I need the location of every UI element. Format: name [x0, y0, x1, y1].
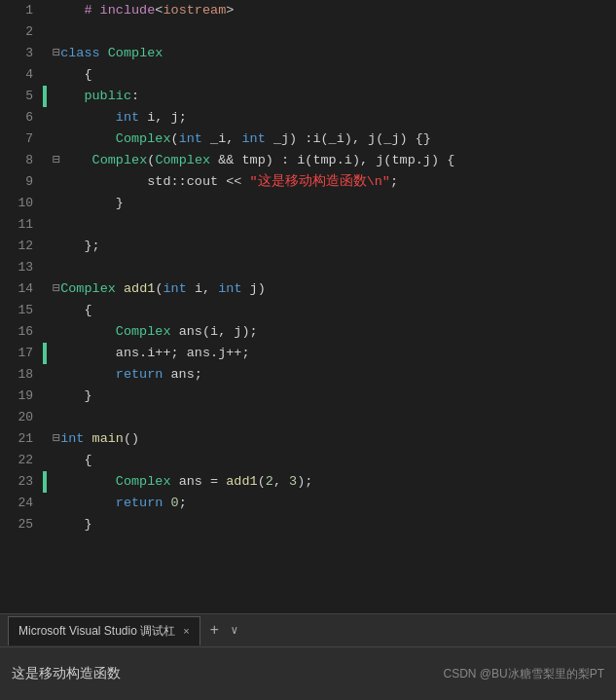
line-number: 8	[0, 150, 33, 171]
gutter-slot	[41, 236, 49, 257]
line-number: 16	[0, 321, 33, 343]
code-line: };	[53, 236, 616, 257]
line-number: 2	[0, 21, 33, 43]
terminal-output: 这是移动构造函数	[12, 665, 121, 682]
code-line: std::cout << "这是移动构造函数\n";	[53, 171, 616, 193]
code-line	[53, 21, 616, 43]
gutter-slot	[41, 86, 49, 107]
code-line: int i, j;	[53, 107, 616, 129]
code-line: ⊟ Complex(Complex && tmp) : i(tmp.i), j(…	[53, 150, 616, 171]
code-lines: # include<iostream> ⊟class Complex { pub…	[49, 0, 616, 613]
line-number: 22	[0, 450, 33, 471]
code-line: return 0;	[53, 493, 616, 514]
line-number: 11	[0, 214, 33, 236]
line-number: 6	[0, 107, 33, 129]
code-line: Complex(int _i, int _j) :i(_i), j(_j) {}	[53, 129, 616, 150]
line-number: 12	[0, 236, 33, 257]
line-numbers: 1234567891011121314151617181920212223242…	[0, 0, 41, 613]
gutter-slot	[41, 107, 49, 129]
code-line: ⊟Complex add1(int i, int j)	[53, 278, 616, 300]
gutter-slot	[41, 21, 49, 43]
line-number: 1	[0, 0, 33, 21]
gutter-slot	[41, 364, 49, 386]
gutter-slot	[41, 150, 49, 171]
gutter-slot	[41, 428, 49, 450]
line-number: 25	[0, 514, 33, 535]
line-number: 9	[0, 171, 33, 193]
gutter-slot	[41, 64, 49, 86]
code-line: {	[53, 450, 616, 471]
code-line	[53, 214, 616, 236]
code-container: 1234567891011121314151617181920212223242…	[0, 0, 616, 613]
code-line: ans.i++; ans.j++;	[53, 343, 616, 364]
gutter-slot	[41, 450, 49, 471]
line-number: 10	[0, 193, 33, 214]
line-number: 24	[0, 493, 33, 514]
line-number: 3	[0, 43, 33, 64]
code-line: ⊟int main()	[53, 428, 616, 450]
line-number: 4	[0, 64, 33, 86]
gutter-slot	[41, 493, 49, 514]
terminal-tab[interactable]: Microsoft Visual Studio 调试杠 ×	[8, 616, 200, 645]
gutter-slot	[41, 386, 49, 407]
code-line: Complex ans(i, j);	[53, 321, 616, 343]
line-number: 19	[0, 386, 33, 407]
code-line: # include<iostream>	[53, 0, 616, 21]
line-number: 20	[0, 407, 33, 428]
terminal-bar: Microsoft Visual Studio 调试杠 × + ∨ 这是移动构造…	[0, 613, 616, 700]
code-line	[53, 407, 616, 428]
terminal-watermark: CSDN @BU冰糖雪梨里的梨PT	[443, 666, 604, 682]
code-line: }	[53, 514, 616, 535]
gutter	[41, 0, 49, 613]
terminal-tab-label: Microsoft Visual Studio 调试杠	[18, 623, 175, 640]
gutter-slot	[41, 129, 49, 150]
code-line: Complex ans = add1(2, 3);	[53, 471, 616, 493]
terminal-tabs: Microsoft Visual Studio 调试杠 × + ∨	[0, 614, 616, 647]
gutter-slot	[41, 407, 49, 428]
code-line: {	[53, 64, 616, 86]
gutter-slot	[41, 278, 49, 300]
code-line: public:	[53, 86, 616, 107]
line-number: 17	[0, 343, 33, 364]
line-number: 21	[0, 428, 33, 450]
gutter-slot	[41, 171, 49, 193]
code-line: }	[53, 386, 616, 407]
line-number: 5	[0, 86, 33, 107]
code-line	[53, 257, 616, 278]
terminal-tab-down[interactable]: ∨	[227, 623, 241, 638]
code-line: ⊟class Complex	[53, 43, 616, 64]
code-line: {	[53, 300, 616, 321]
gutter-slot	[41, 321, 49, 343]
terminal-tab-add[interactable]: +	[202, 622, 228, 640]
line-number: 14	[0, 278, 33, 300]
terminal-content: 这是移动构造函数 CSDN @BU冰糖雪梨里的梨PT	[0, 647, 616, 700]
line-number: 7	[0, 129, 33, 150]
gutter-slot	[41, 214, 49, 236]
gutter-slot	[41, 300, 49, 321]
gutter-slot	[41, 0, 49, 21]
line-number: 15	[0, 300, 33, 321]
terminal-tab-close[interactable]: ×	[183, 625, 189, 637]
code-line: return ans;	[53, 364, 616, 386]
gutter-slot	[41, 193, 49, 214]
gutter-slot	[41, 471, 49, 493]
code-line: }	[53, 193, 616, 214]
gutter-slot	[41, 343, 49, 364]
gutter-slot	[41, 257, 49, 278]
line-number: 13	[0, 257, 33, 278]
editor-area: 1234567891011121314151617181920212223242…	[0, 0, 616, 613]
gutter-slot	[41, 43, 49, 64]
line-number: 23	[0, 471, 33, 493]
line-number: 18	[0, 364, 33, 386]
gutter-slot	[41, 514, 49, 535]
